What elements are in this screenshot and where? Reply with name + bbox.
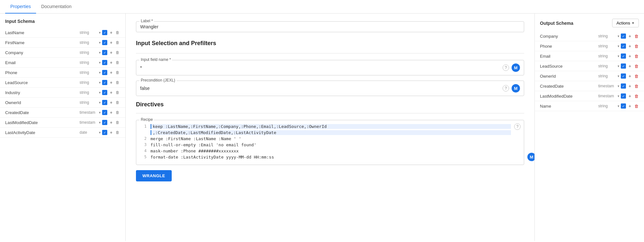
trash-icon[interactable]: 🗑: [115, 120, 120, 125]
type-dropdown-icon[interactable]: ▾: [618, 74, 620, 78]
input-field-name-help-icon[interactable]: ?: [503, 64, 509, 71]
check-icon[interactable]: [621, 53, 626, 59]
output-schema-title: Output Schema: [540, 21, 573, 26]
plus-icon[interactable]: +: [109, 110, 114, 115]
actions-button[interactable]: Actions ▼: [612, 19, 639, 27]
plus-icon[interactable]: +: [109, 120, 114, 125]
type-dropdown-icon[interactable]: ▾: [99, 101, 101, 105]
output-rows-container: Company string ▾ + 🗑 Phone string ▾ + 🗑 …: [535, 31, 644, 111]
type-dropdown-icon[interactable]: ▾: [618, 94, 620, 98]
trash-icon[interactable]: 🗑: [115, 60, 120, 65]
plus-icon[interactable]: +: [627, 93, 632, 99]
check-icon[interactable]: [102, 100, 107, 105]
plus-icon[interactable]: +: [109, 100, 114, 105]
label-input[interactable]: [140, 24, 520, 29]
plus-icon[interactable]: +: [627, 83, 632, 89]
tab-documentation[interactable]: Documentation: [36, 0, 77, 14]
type-dropdown-icon[interactable]: ▾: [99, 51, 101, 55]
output-row-name: Name: [540, 104, 598, 109]
output-row: Phone string ▾ + 🗑: [535, 41, 644, 51]
trash-icon[interactable]: 🗑: [115, 110, 120, 115]
line-content: keep :LastName,:FirstName,:Company,:Phon…: [150, 124, 511, 129]
recipe-help-icon[interactable]: ?: [514, 123, 521, 130]
plus-icon[interactable]: +: [109, 60, 114, 65]
plus-icon[interactable]: +: [627, 53, 632, 59]
recipe-m-badge[interactable]: M: [527, 153, 534, 161]
type-dropdown-icon[interactable]: ▾: [99, 41, 101, 45]
output-row-actions: ▾ + 🗑: [618, 63, 639, 69]
input-field-name-m-badge[interactable]: M: [512, 63, 520, 72]
type-dropdown-icon[interactable]: ▾: [99, 31, 101, 35]
type-dropdown-icon[interactable]: ▾: [618, 34, 620, 38]
trash-icon[interactable]: 🗑: [115, 50, 120, 55]
trash-icon[interactable]: 🗑: [115, 130, 120, 135]
wrangle-button[interactable]: WRANGLE: [136, 170, 172, 181]
trash-red-icon[interactable]: 🗑: [634, 93, 639, 99]
check-icon[interactable]: [102, 90, 107, 95]
check-icon[interactable]: [621, 83, 626, 89]
precondition-input[interactable]: [140, 86, 500, 91]
check-icon[interactable]: [621, 63, 626, 69]
trash-red-icon[interactable]: 🗑: [634, 44, 639, 49]
type-dropdown-icon[interactable]: ▾: [99, 131, 101, 135]
precondition-m-badge[interactable]: M: [512, 84, 520, 92]
trash-icon[interactable]: 🗑: [115, 40, 120, 45]
check-icon[interactable]: [102, 70, 107, 75]
type-dropdown-icon[interactable]: ▾: [618, 64, 620, 68]
plus-icon[interactable]: +: [109, 80, 114, 85]
check-icon[interactable]: [102, 40, 107, 45]
output-row-name: Phone: [540, 44, 598, 49]
type-dropdown-icon[interactable]: ▾: [618, 84, 620, 88]
check-icon[interactable]: [102, 30, 107, 35]
type-dropdown-icon[interactable]: ▾: [99, 61, 101, 65]
trash-icon[interactable]: 🗑: [115, 100, 120, 105]
type-dropdown-icon[interactable]: ▾: [99, 121, 101, 125]
tab-properties[interactable]: Properties: [5, 0, 36, 14]
plus-icon[interactable]: +: [627, 44, 632, 49]
check-icon[interactable]: [102, 110, 107, 115]
plus-icon[interactable]: +: [627, 63, 632, 69]
plus-icon[interactable]: +: [109, 90, 114, 95]
trash-red-icon[interactable]: 🗑: [634, 53, 639, 59]
trash-icon[interactable]: 🗑: [115, 30, 120, 35]
trash-icon[interactable]: 🗑: [115, 90, 120, 95]
check-icon[interactable]: [621, 93, 626, 99]
type-dropdown-icon[interactable]: ▾: [99, 111, 101, 115]
trash-red-icon[interactable]: 🗑: [634, 34, 639, 39]
check-icon[interactable]: [621, 34, 626, 39]
plus-icon[interactable]: +: [627, 103, 632, 109]
plus-icon[interactable]: +: [627, 73, 632, 79]
check-icon[interactable]: [102, 60, 107, 65]
check-icon[interactable]: [621, 44, 626, 49]
trash-red-icon[interactable]: 🗑: [634, 103, 639, 109]
precondition-help-icon[interactable]: ?: [503, 85, 509, 92]
trash-red-icon[interactable]: 🗑: [634, 83, 639, 89]
type-dropdown-icon[interactable]: ▾: [618, 44, 620, 48]
check-icon[interactable]: [102, 50, 107, 55]
schema-row-actions: ▾ + 🗑: [99, 70, 120, 75]
type-dropdown-icon[interactable]: ▾: [618, 104, 620, 108]
plus-icon[interactable]: +: [109, 50, 114, 55]
schema-row-type: string: [80, 60, 99, 65]
check-icon[interactable]: [102, 130, 107, 135]
output-row: Name string ▾ + 🗑: [535, 101, 644, 111]
check-icon[interactable]: [102, 80, 107, 85]
plus-icon[interactable]: +: [109, 70, 114, 75]
plus-icon[interactable]: +: [109, 40, 114, 45]
trash-icon[interactable]: 🗑: [115, 70, 120, 75]
type-dropdown-icon[interactable]: ▾: [99, 81, 101, 85]
trash-icon[interactable]: 🗑: [115, 80, 120, 85]
plus-icon[interactable]: +: [109, 30, 114, 35]
check-icon[interactable]: [102, 120, 107, 125]
trash-red-icon[interactable]: 🗑: [634, 73, 639, 79]
input-field-name-input[interactable]: [140, 65, 500, 70]
type-dropdown-icon[interactable]: ▾: [618, 54, 620, 58]
plus-icon[interactable]: +: [627, 34, 632, 39]
plus-icon[interactable]: +: [109, 130, 114, 135]
trash-red-icon[interactable]: 🗑: [634, 63, 639, 69]
check-icon[interactable]: [621, 103, 626, 109]
schema-row: FirstName string ▾ + 🗑: [0, 38, 125, 48]
check-icon[interactable]: [621, 73, 626, 79]
type-dropdown-icon[interactable]: ▾: [99, 91, 101, 95]
type-dropdown-icon[interactable]: ▾: [99, 71, 101, 75]
